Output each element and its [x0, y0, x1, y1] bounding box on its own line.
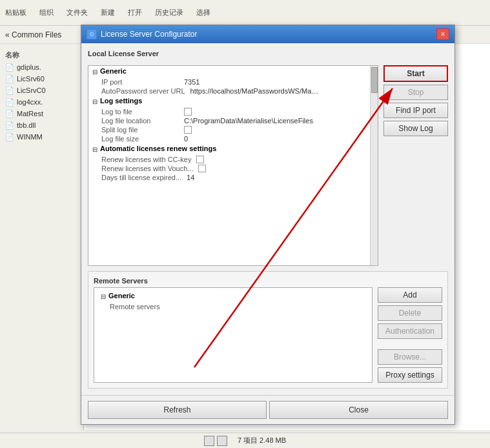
explorer-sidebar: 名称 📄 gdiplus. 📄 LicSrv60 📄 LicSrvC0 📄 lo…	[0, 44, 84, 430]
split-log-checkbox[interactable]	[184, 126, 192, 134]
expand-generic-icon[interactable]: ⊟	[91, 67, 99, 76]
authentication-button[interactable]: Authentication	[378, 323, 442, 339]
sidebar-item-6[interactable]: 📄 WINMM	[3, 131, 81, 143]
file-icon: 📄	[5, 109, 14, 118]
log-file-location-row: Log file location C:\ProgramData\Materia…	[88, 116, 370, 125]
file-icon: 📄	[5, 63, 14, 72]
generic-group: ⊟ Generic	[88, 66, 370, 77]
add-button[interactable]: Add	[378, 287, 442, 303]
file-icon: 📄	[5, 97, 14, 107]
toolbar-group-history: 历史记录	[155, 8, 183, 17]
log-file-size-key: Log file size	[101, 135, 179, 143]
remote-servers-row: Remote servers	[97, 302, 369, 311]
renew-vouch-checkbox[interactable]	[198, 165, 206, 172]
toolbar-label: 组织	[39, 8, 54, 17]
remote-servers-key: Remote servers	[110, 303, 187, 311]
local-server-buttons: Start Stop Find IP port Show Log	[383, 65, 448, 266]
remote-generic-label: Generic	[108, 292, 135, 300]
local-server-tree: ⊟ Generic IP port 7351 AutoPassword serv…	[88, 66, 370, 265]
dialog-titlebar: ⚙ License Server Configurator ×	[81, 25, 454, 43]
sidebar-item-4[interactable]: 📄 MatRest	[3, 108, 81, 119]
renew-cc-row: Renew licenses with CC-key	[88, 155, 370, 164]
renew-vouch-key: Renew licenses with Vouch...	[101, 165, 193, 172]
auto-password-value: https://localhost/MatPasswordsWS/MatPass…	[190, 87, 320, 95]
renew-vouch-row: Renew licenses with Vouch...	[88, 164, 370, 173]
toolbar-label: 文件夹	[66, 8, 88, 17]
delete-button[interactable]: Delete	[378, 305, 442, 321]
sidebar-item-3[interactable]: 📄 log4cxx.	[3, 96, 81, 108]
dialog-footer: Refresh Close	[81, 395, 454, 424]
toolbar-group-folder: 文件夹	[66, 8, 88, 17]
toolbar-label: 历史记录	[155, 8, 183, 17]
remote-servers-label: Remote Servers	[94, 277, 442, 285]
remote-generic-group: ⊟ Generic	[97, 290, 369, 302]
file-icon: 📄	[5, 121, 14, 130]
nav-path: « Common Files	[5, 30, 61, 39]
remote-tree-panel: ⊟ Generic Remote servers	[94, 287, 373, 383]
log-to-file-checkbox[interactable]	[184, 108, 192, 116]
toolbar-group-open: 打开	[128, 8, 142, 17]
days-license-row: Days till license expired... 14	[88, 173, 370, 182]
log-settings-group: ⊟ Log settings	[88, 96, 370, 107]
days-license-key: Days till license expired...	[101, 174, 181, 181]
start-button[interactable]: Start	[383, 65, 448, 82]
scrollbar-thumb[interactable]	[371, 67, 378, 93]
toolbar-label: 粘贴板	[5, 8, 26, 17]
expand-renew-icon[interactable]: ⊟	[91, 145, 99, 154]
license-configurator-dialog: ⚙ License Server Configurator × Local Li…	[81, 25, 455, 425]
close-dialog-button[interactable]: Close	[269, 401, 448, 419]
explorer-statusbar: 7 项目 2.48 MB	[0, 433, 490, 448]
auto-renew-label: Automatic licenses renew settings	[100, 145, 216, 152]
expand-remote-generic-icon[interactable]: ⊟	[99, 292, 107, 301]
file-icon: 📄	[5, 86, 14, 95]
sidebar-item-0[interactable]: 📄 gdiplus.	[3, 61, 81, 73]
toolbar-group-organize: 组织	[39, 8, 54, 17]
tree-panel-wrapper: ⊟ Generic IP port 7351 AutoPassword serv…	[88, 65, 378, 266]
dialog-icon: ⚙	[87, 29, 97, 39]
local-server-section: ⊟ Generic IP port 7351 AutoPassword serv…	[88, 65, 448, 266]
sidebar-item-1[interactable]: 📄 LicSrv60	[3, 73, 81, 85]
ip-port-key: IP port	[101, 78, 179, 86]
sidebar-item-5[interactable]: 📄 tbb.dll	[3, 119, 81, 131]
statusbar-icons	[204, 436, 227, 446]
stop-button[interactable]: Stop	[383, 85, 448, 100]
file-icon: 📄	[5, 74, 14, 83]
toolbar-label: 打开	[128, 8, 142, 17]
browse-button[interactable]: Browse...	[378, 349, 442, 365]
renew-cc-checkbox[interactable]	[196, 156, 204, 163]
log-file-location-value: C:\ProgramData\Materialise\LicenseFiles	[184, 117, 313, 125]
toolbar-group-select: 选择	[196, 8, 210, 17]
close-button[interactable]: ×	[436, 28, 449, 40]
remote-buttons: Add Delete Authentication Browse... Prox…	[378, 287, 442, 383]
log-file-size-row: Log file size 0	[88, 134, 370, 143]
renew-cc-key: Renew licenses with CC-key	[101, 156, 191, 163]
toolbar-group-new: 新建	[101, 8, 115, 17]
days-license-value: 14	[187, 174, 194, 181]
log-settings-label: Log settings	[100, 97, 142, 105]
file-icon: 📄	[5, 132, 14, 141]
dialog-title: License Server Configurator	[101, 30, 433, 39]
tree-scrollbar[interactable]	[370, 66, 378, 265]
find-ip-port-button[interactable]: Find IP port	[383, 103, 448, 118]
show-log-button[interactable]: Show Log	[383, 121, 448, 136]
explorer-toolbar: 粘贴板 组织 文件夹 新建 打开 历史记录 选择	[0, 0, 490, 26]
log-file-size-value: 0	[184, 135, 188, 143]
refresh-button[interactable]: Refresh	[88, 401, 267, 419]
sidebar-item-2[interactable]: 📄 LicSrvC0	[3, 85, 81, 96]
proxy-settings-button[interactable]: Proxy settings	[378, 367, 442, 383]
dialog-body: Local License Server ⊟ Generic IP port 7…	[81, 43, 454, 395]
statusbar-text: 7 项目 2.48 MB	[238, 436, 286, 445]
remote-servers-section: Remote Servers ⊟ Generic Remote servers …	[88, 271, 448, 389]
split-log-key: Split log file	[101, 126, 179, 134]
local-server-label: Local License Server	[88, 50, 448, 57]
expand-log-icon[interactable]: ⊟	[91, 97, 99, 106]
ip-port-row: IP port 7351	[88, 77, 370, 87]
log-to-file-row: Log to file	[88, 107, 370, 116]
log-to-file-key: Log to file	[101, 108, 179, 116]
toolbar-label: 新建	[101, 8, 115, 17]
toolbar-group-paste: 粘贴板	[5, 8, 26, 17]
auto-renew-group: ⊟ Automatic licenses renew settings	[88, 143, 370, 155]
split-log-row: Split log file	[88, 125, 370, 134]
sidebar-label: 名称	[3, 49, 81, 61]
remote-servers-inner: ⊟ Generic Remote servers Add Delete Auth…	[94, 287, 442, 383]
